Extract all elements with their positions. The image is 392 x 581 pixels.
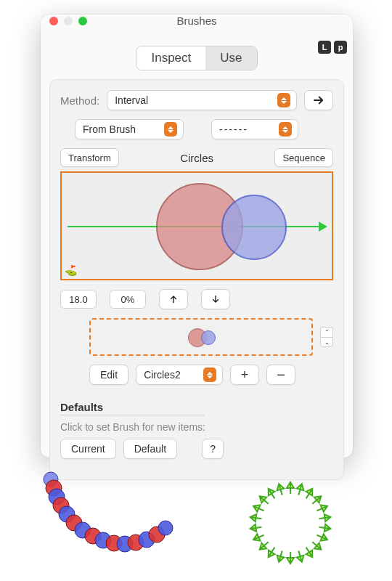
arrow-up-icon	[168, 294, 179, 304]
defaults-hint: Click to set Brush for new items:	[60, 421, 333, 433]
arrow-right-icon	[312, 94, 325, 107]
stepper-up[interactable]: ⌃	[320, 327, 333, 337]
plus-icon: +	[241, 367, 249, 383]
method-popup[interactable]: Interval	[107, 90, 297, 110]
remove-brush-button[interactable]: −	[266, 365, 295, 385]
use-panel: Method: Interval From Brush ------	[49, 79, 344, 480]
brush-name-value: Circles2	[144, 369, 181, 381]
example-artwork	[0, 465, 392, 581]
preview-label: Circles	[135, 152, 259, 164]
method-label: Method:	[60, 94, 99, 107]
method-value: Interval	[115, 94, 148, 106]
arrow-down-icon	[211, 294, 221, 304]
spacing-field[interactable]: 18.0	[60, 290, 97, 309]
move-down-button[interactable]	[201, 289, 230, 309]
stepper-down[interactable]: ⌄	[320, 337, 333, 347]
pattern-popup[interactable]: ------	[211, 119, 298, 139]
example-bead-stroke	[22, 465, 211, 581]
tab-inspect[interactable]: Inspect	[136, 46, 205, 70]
tab-use[interactable]: Use	[205, 46, 256, 70]
chevron-updown-icon	[164, 122, 177, 137]
corner-toggles: L p	[318, 41, 347, 54]
defaults-heading: Defaults	[60, 401, 205, 415]
chevron-updown-icon	[203, 367, 216, 382]
example-arrow-ring	[218, 465, 363, 581]
set-current-default-button[interactable]: Current	[60, 439, 116, 459]
add-brush-button[interactable]: +	[230, 365, 259, 385]
minus-icon: −	[277, 367, 285, 383]
origin-marker-icon: ⛳	[65, 264, 77, 276]
swatch-stepper: ⌃ ⌄	[320, 327, 333, 347]
help-icon: ?	[210, 443, 216, 455]
chevron-updown-icon	[279, 122, 292, 137]
brush-name-popup[interactable]: Circles2	[136, 365, 223, 385]
help-button[interactable]: ?	[202, 439, 224, 459]
window-title: Brushes	[176, 15, 216, 27]
palette-toggle-icon[interactable]: p	[334, 41, 347, 54]
brushes-window: Brushes L p Inspect Use Method: Interval	[41, 15, 353, 458]
transform-button[interactable]: Transform	[60, 148, 119, 167]
offset-field[interactable]: 0%	[110, 290, 146, 309]
preview-shape-blue	[221, 195, 287, 260]
window-zoom[interactable]	[78, 17, 87, 25]
titlebar: Brushes	[41, 15, 353, 27]
chevron-updown-icon	[277, 93, 290, 107]
edit-brush-button[interactable]: Edit	[89, 365, 128, 385]
sequence-button[interactable]: Sequence	[274, 148, 333, 167]
set-default-button[interactable]: Default	[123, 439, 177, 459]
source-popup[interactable]: From Brush	[75, 119, 184, 139]
source-value: From Brush	[83, 123, 136, 135]
move-up-button[interactable]	[159, 289, 188, 309]
brush-preview[interactable]: ⛳	[60, 171, 333, 280]
mode-tabs: Inspect Use	[41, 46, 353, 70]
pattern-value: ------	[219, 123, 248, 135]
brush-swatch[interactable]	[89, 318, 313, 356]
svg-point-14	[158, 521, 173, 535]
library-toggle-icon[interactable]: L	[318, 41, 331, 54]
apply-button[interactable]	[304, 90, 333, 110]
traffic-lights	[49, 17, 87, 25]
swatch-blue-icon	[201, 330, 216, 345]
window-close[interactable]	[49, 17, 58, 25]
window-minimize[interactable]	[64, 17, 73, 25]
